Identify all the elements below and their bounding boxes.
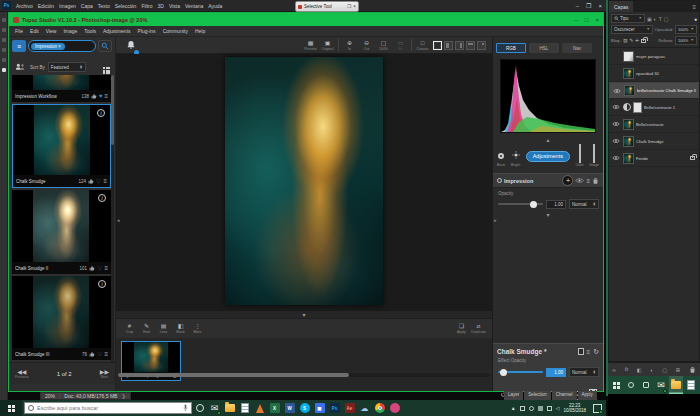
delete-layer-icon[interactable] [689,366,696,374]
effect-menu-icon[interactable]: ≡ [587,349,591,355]
lock-brush-icon[interactable]: ✎ [630,38,634,43]
sort-select[interactable]: Featured▲▼ [48,62,86,72]
color-button[interactable]: Color [575,145,583,167]
ps-menu-texto[interactable]: Texto [98,3,110,9]
preset-list-scrollbar[interactable] [111,75,114,375]
tab-rgb[interactable]: RGB [496,43,526,53]
favorite-icon[interactable]: ♡ [96,178,101,184]
image-button[interactable]: Image [589,145,599,167]
view-mode-split-button[interactable] [444,41,453,50]
next-page-button[interactable]: ▶▶ Next [100,369,109,379]
link-layers-icon[interactable]: ∞ [612,367,616,373]
visibility-toggle-on[interactable] [611,121,621,127]
zoom-level[interactable]: 20% [45,393,55,399]
collapse-filmstrip-chevron[interactable]: ▾ [116,311,492,318]
tab-selection[interactable]: Selection [524,391,551,400]
tray-expand-icon[interactable]: ▲ [511,405,516,411]
tray-icon-1[interactable] [520,406,525,411]
trash-icon[interactable] [592,177,599,185]
status-expand-arrow[interactable]: ❯ [121,393,125,399]
tz-menu-community[interactable]: Community [163,28,188,34]
blend-mode-select[interactable]: Oscurecer▼ [611,25,653,34]
add-adjustment-button[interactable]: + [562,175,573,186]
effect-opacity-slider[interactable] [498,371,543,373]
skype-icon[interactable]: S [297,400,312,416]
code-app-icon[interactable]: ▣ [312,400,327,416]
onedrive-icon[interactable]: ☁ [357,400,372,416]
ps-menu-seleccion[interactable]: Selección [115,3,137,9]
impression-opacity-value[interactable]: 1.00 [546,200,566,209]
add-mask-icon[interactable]: ◧ [637,367,642,373]
tz-menu-help[interactable]: Help [195,28,205,34]
reset-history-icon[interactable]: ↻ [593,348,599,355]
ps-menu-ayuda[interactable]: Ayuda [208,3,222,9]
view-mode-quad-button[interactable] [477,41,486,50]
zoom-fit-button[interactable]: ▭Fit [392,40,409,51]
topaz-titlebar[interactable]: Topaz Studio V1.10.3 - Photoshop-image @… [9,13,603,26]
favorite-icon[interactable]: ♡ [97,265,102,271]
preset-menu-icon[interactable]: ≡ [104,351,108,357]
previous-page-button[interactable]: ◀◀ Previous [15,369,29,379]
notifications-button[interactable] [126,36,136,54]
layer-row-mujer-paraguas[interactable]: mujer paraguas [609,48,699,65]
more-tools-button[interactable]: ⋮More [189,323,206,334]
effect-opacity-value[interactable]: 1.00 [546,368,566,377]
tz-menu-plugins[interactable]: Plug-ins [138,28,156,34]
mask-tool-button[interactable]: ◧Mask [172,323,189,334]
copy-settings-icon[interactable] [578,348,584,355]
info-icon[interactable]: i [98,194,106,202]
ps-restore-button[interactable]: ❐ [586,2,591,9]
opacity-select[interactable]: 100%▼ [675,25,697,34]
preset-menu-icon[interactable]: ≡ [104,93,108,99]
crop-tool-button[interactable]: #Crop [121,323,138,334]
preset-card-chalk-smudge[interactable]: i Chalk Smudge 124 ♡ ≡ [12,104,111,188]
filter-pin-icon[interactable]: ● [694,16,697,22]
task-view-button[interactable] [192,400,207,416]
adjustment-menu-icon[interactable]: ≡ [586,178,590,184]
taskbar-clock[interactable]: 22:23 10/05/2018 [563,403,586,414]
info-icon[interactable]: i [97,109,105,117]
tab-capas[interactable]: Capas [609,1,633,12]
ps-close-button[interactable]: × [598,3,602,9]
preview-button[interactable]: ▦Preview [302,40,319,51]
tab-hsl[interactable]: HSL [529,43,559,53]
gimp-icon[interactable] [387,400,402,416]
thumbs-up-icon[interactable] [88,178,94,184]
lock-move-icon[interactable]: ✛ [635,38,639,43]
canvas-button[interactable]: □Canvas [414,40,431,51]
start-button[interactable] [0,400,22,416]
task-view-button-2[interactable] [639,376,653,394]
file-explorer-icon-2[interactable] [669,376,683,394]
impression-opacity-slider[interactable] [498,203,543,205]
tz-menu-adjustments[interactable]: Adjustments [103,28,131,34]
photoshop-icon[interactable]: Ps [327,400,342,416]
bright-button[interactable]: Bright [511,145,520,167]
selective-tool-window[interactable]: Selective Tool ❐ × [295,1,359,12]
preset-menu-icon[interactable]: ≡ [103,178,107,184]
visibility-toggle-on[interactable] [611,155,621,161]
ps-menu-edicion[interactable]: Edición [38,3,54,9]
new-group-icon[interactable]: ▢ [662,367,667,373]
impression-blend-select[interactable]: Normal▲▼ [569,199,599,209]
tray-icon-3[interactable] [538,406,543,411]
layer-row-chalk-smudge[interactable]: Chalk Smudge [609,133,699,150]
search-button[interactable] [98,40,112,52]
microphone-icon[interactable] [183,404,188,412]
tz-menu-edit[interactable]: Edit [30,28,39,34]
zoom-100-button[interactable]: ▢100% [375,40,392,51]
collapse-right-panel-arrow[interactable]: ▸ [494,217,497,223]
vlc-icon[interactable] [252,400,267,416]
layer-row-opacidad-30[interactable]: opacidad 30 [609,65,699,82]
thumbs-up-icon[interactable] [89,351,95,357]
ps-menu-imagen[interactable]: Imagen [59,3,76,9]
tab-channel[interactable]: Channel [552,391,577,400]
selective-tool-restore-button[interactable]: ❐ [347,4,351,9]
notepad-icon[interactable] [237,400,252,416]
view-mode-top-button[interactable] [466,41,475,50]
topaz-minimize-button[interactable]: – [575,17,578,23]
original-button[interactable]: ▣Original [319,40,336,51]
layer-style-fx-icon[interactable]: fx [625,367,629,372]
horizontal-scrollbar[interactable] [118,373,490,377]
favorite-icon[interactable]: ♡ [97,351,102,357]
mail-icon[interactable]: ✉ [207,400,222,416]
